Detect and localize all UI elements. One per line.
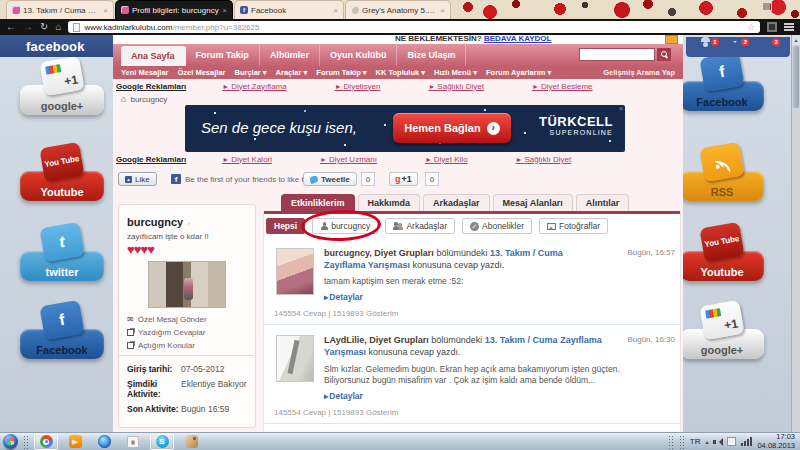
feed-user[interactable]: LAydLilie, Diyet Grupları bbox=[324, 335, 429, 345]
subtab-abonelikler[interactable]: ✓Abonelikler bbox=[462, 218, 532, 234]
nav-tab-oyun-kulubu[interactable]: Oyun Kulübü bbox=[320, 44, 398, 66]
browser-tab-1[interactable]: 13. Takım / Cuma Zayıfla × bbox=[6, 0, 114, 19]
extension-icon[interactable] bbox=[767, 22, 777, 32]
back-icon[interactable]: ← bbox=[6, 22, 16, 32]
tab-arkadaslar[interactable]: Arkadaşlar bbox=[423, 194, 490, 211]
subnav-burclar[interactable]: Burçlar ▾ bbox=[234, 68, 266, 77]
my-replies-link[interactable]: Yazdığım Cevaplar bbox=[127, 328, 247, 337]
tab-close-icon[interactable]: × bbox=[440, 6, 445, 15]
taskbar-app-button[interactable] bbox=[121, 434, 145, 450]
googleplus-share-button[interactable]: google+ +1 bbox=[20, 59, 104, 117]
googleplus-one-button[interactable]: g+1 bbox=[389, 172, 418, 186]
browser-tab-2-active[interactable]: Profil bilgileri: burcugncy × bbox=[115, 0, 233, 19]
ad-link[interactable]: Sağlıklı Diyet bbox=[516, 155, 572, 164]
avatar[interactable] bbox=[276, 248, 314, 295]
scrollbar-thumb[interactable] bbox=[793, 46, 799, 108]
subtab-burcugncy[interactable]: burcugncy bbox=[312, 218, 378, 234]
nav-tab-forum-takip[interactable]: Forum Takip bbox=[186, 44, 260, 66]
ad-link[interactable]: Diyet Uzmanı bbox=[320, 155, 377, 164]
start-button[interactable] bbox=[3, 434, 18, 449]
tab-hakkimda[interactable]: Hakkımda bbox=[358, 194, 421, 211]
browser-tab-4[interactable]: Grey's Anatomy 5. Sezon × bbox=[345, 0, 451, 19]
tab-alintilar[interactable]: Alıntılar bbox=[576, 194, 630, 211]
network-signal-icon[interactable] bbox=[741, 437, 752, 446]
taskbar-mediaplayer-button[interactable]: ▶ bbox=[63, 434, 87, 450]
ads-label[interactable]: Google Reklamları bbox=[116, 82, 186, 91]
my-topics-link[interactable]: Açtığım Konular bbox=[127, 341, 247, 350]
taskbar-game-button[interactable] bbox=[179, 434, 203, 450]
nav-tab-bize-ulasin[interactable]: Bize Ulaşın bbox=[397, 44, 466, 66]
tray-expand-icon[interactable]: ▴ bbox=[705, 438, 708, 445]
search-button[interactable] bbox=[657, 48, 671, 61]
feed-user[interactable]: burcugncy, Diyet Grupları bbox=[324, 248, 434, 258]
ad-link[interactable]: Diyet Kilo bbox=[425, 155, 468, 164]
subtab-arkadaslar[interactable]: Arkadaşlar bbox=[385, 218, 455, 234]
ad-link[interactable]: Sağlıklı Diyet bbox=[428, 82, 484, 91]
friend-requests-icon[interactable]: 1 bbox=[701, 42, 714, 53]
subnav-yeni-mesajlar[interactable]: Yeni Mesajlar bbox=[121, 68, 169, 77]
subnav-forum-takip[interactable]: Forum Takip ▾ bbox=[316, 68, 366, 77]
tab-mesaj-alanlari[interactable]: Mesaj Alanları bbox=[493, 194, 573, 211]
tweet-button[interactable]: Tweetle bbox=[303, 172, 357, 186]
browser-menu-icon[interactable] bbox=[784, 23, 794, 31]
taskbar-chrome-button[interactable] bbox=[34, 434, 58, 450]
tab-etkinliklerim[interactable]: Etkinliklerim bbox=[281, 194, 355, 211]
url-path: /member.php?u=382625 bbox=[172, 23, 259, 32]
subtab-fotograflar[interactable]: Fotoğraflar bbox=[539, 218, 608, 234]
send-private-message-link[interactable]: ✉Özel Mesaj Gönder bbox=[127, 315, 247, 324]
subnav-araclar[interactable]: Araçlar ▾ bbox=[276, 68, 308, 77]
ad-link[interactable]: Diyet Besleme bbox=[532, 82, 592, 91]
scroll-up-icon[interactable]: ▴ bbox=[792, 35, 800, 45]
window-control-icon[interactable] bbox=[762, 2, 772, 11]
details-link[interactable]: Detaylar bbox=[324, 292, 680, 302]
speaker-icon[interactable] bbox=[713, 438, 722, 446]
facebook-share-button[interactable]: Facebook f bbox=[20, 303, 104, 361]
browser-tab-3[interactable]: f Facebook × bbox=[234, 0, 344, 19]
facebook-share-button[interactable]: Facebook f bbox=[680, 55, 764, 113]
ad-link[interactable]: Diyetisyen bbox=[335, 82, 381, 91]
forward-icon[interactable]: → bbox=[23, 22, 33, 32]
ad-link[interactable]: Diyet Zayıflama bbox=[222, 82, 286, 91]
banner-close-icon[interactable]: × bbox=[619, 105, 623, 112]
taskbar-skype-button[interactable]: S bbox=[150, 434, 174, 450]
breadcrumb-home-icon[interactable]: ⌂ bbox=[121, 94, 126, 104]
reload-icon[interactable]: ↻ bbox=[40, 22, 48, 32]
clock[interactable]: 17:03 04.08.2013 bbox=[757, 433, 795, 450]
forum-search-input[interactable] bbox=[579, 48, 655, 61]
tray-app-icon[interactable] bbox=[727, 437, 736, 446]
ad-link[interactable]: Diyet Kalori bbox=[222, 155, 272, 164]
language-indicator[interactable]: TR bbox=[690, 437, 701, 446]
banner-cta-button[interactable]: Hemen Bağlan› bbox=[393, 113, 511, 143]
address-bar[interactable]: www.kadinlarkulubu.com/member.php?u=3826… bbox=[68, 21, 760, 33]
bookmark-star-icon[interactable]: ☆ bbox=[747, 22, 755, 32]
twitter-share-button[interactable]: twitter t bbox=[20, 225, 104, 283]
subnav-hizli-menu[interactable]: Hızlı Menü ▾ bbox=[434, 68, 477, 77]
url-text[interactable]: www.kadinlarkulubu.com/member.php?u=3826… bbox=[84, 23, 259, 32]
youtube-share-button[interactable]: Youtube You Tube bbox=[20, 145, 104, 203]
subnav-ozel-mesajlar[interactable]: Özel Mesajlar bbox=[178, 68, 226, 77]
details-link[interactable]: Detaylar bbox=[324, 391, 680, 401]
tab-close-icon[interactable]: × bbox=[103, 6, 108, 15]
register-link[interactable]: BEDAVA KAYDOL bbox=[484, 35, 552, 43]
tab-close-icon[interactable]: × bbox=[222, 6, 227, 15]
youtube-share-button[interactable]: Youtube You Tube bbox=[680, 225, 764, 283]
advanced-search-link[interactable]: Gelişmiş Arama Yap bbox=[603, 68, 675, 77]
globe-notifications-icon[interactable]: 3 bbox=[762, 42, 775, 53]
subnav-kk-topluluk[interactable]: KK Topluluk ▾ bbox=[376, 68, 425, 77]
home-icon[interactable]: ⌂ bbox=[55, 22, 61, 32]
subtab-hepsi[interactable]: Hepsi bbox=[266, 218, 305, 234]
nav-tab-albumler[interactable]: Albümler bbox=[260, 44, 320, 66]
subnav-forum-ayarlarim[interactable]: Forum Ayarlarım ▾ bbox=[486, 68, 551, 77]
rss-button[interactable]: RSS bbox=[680, 145, 764, 203]
ads-label[interactable]: Google Reklamları bbox=[116, 155, 186, 164]
facebook-like-button[interactable]: ▴Like bbox=[118, 172, 157, 186]
tab-close-icon[interactable]: × bbox=[333, 6, 338, 15]
avatar[interactable] bbox=[276, 335, 314, 382]
messages-icon[interactable]: 2 bbox=[731, 42, 744, 53]
nav-tab-ana-sayfa[interactable]: Ana Sayfa bbox=[121, 46, 186, 66]
profile-photo[interactable] bbox=[148, 261, 226, 308]
taskbar-daemon-button[interactable] bbox=[92, 434, 116, 450]
turkcell-ad-banner[interactable]: Sen de gece kuşu isen, Hemen Bağlan› TÜR… bbox=[185, 105, 625, 152]
googleplus-share-button[interactable]: google+ +1 bbox=[680, 303, 764, 361]
page-scrollbar[interactable]: ▴ bbox=[791, 35, 800, 432]
